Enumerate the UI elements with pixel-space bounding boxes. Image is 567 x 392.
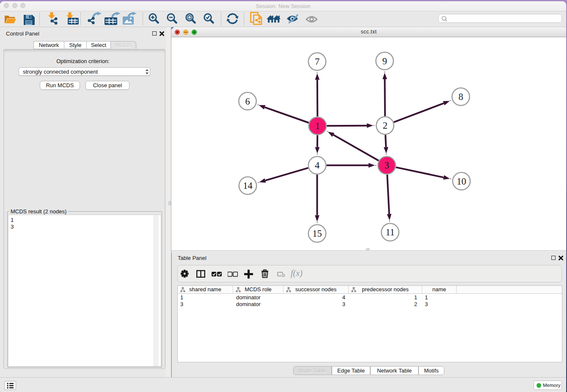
- svg-text:6: 6: [245, 96, 250, 107]
- svg-text:9: 9: [382, 56, 387, 66]
- svg-text:1: 1: [315, 121, 320, 131]
- svg-text:3: 3: [384, 160, 389, 171]
- svg-text:15: 15: [312, 228, 322, 239]
- svg-text:2: 2: [383, 120, 387, 131]
- svg-text:11: 11: [385, 227, 395, 237]
- svg-text:7: 7: [315, 56, 319, 67]
- svg-text:4: 4: [315, 160, 319, 171]
- svg-text:8: 8: [458, 91, 463, 102]
- svg-text:14: 14: [243, 180, 253, 191]
- svg-text:10: 10: [457, 176, 466, 187]
